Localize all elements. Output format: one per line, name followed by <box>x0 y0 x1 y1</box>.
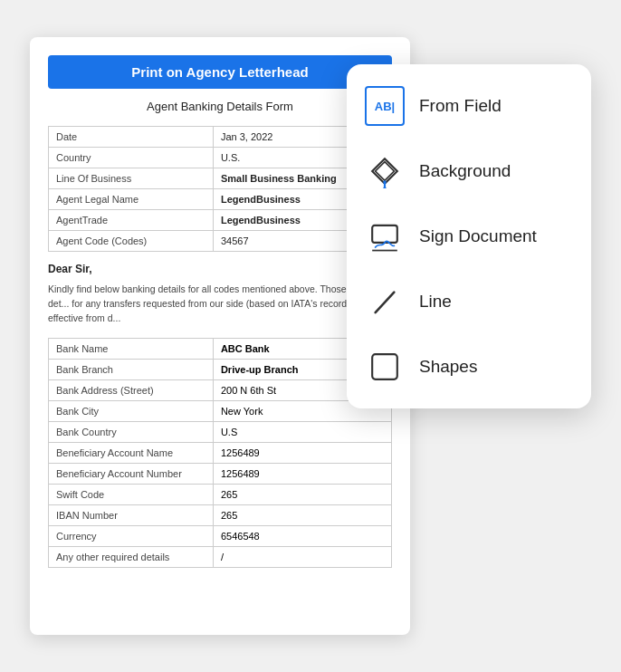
shapes-icon <box>365 347 405 387</box>
table-cell-label: Beneficiary Account Number <box>49 464 214 485</box>
menu-item-line[interactable]: Line <box>347 269 591 334</box>
table-cell-label: Bank Branch <box>49 360 214 380</box>
table-cell-label: Line Of Business <box>49 168 214 189</box>
table-row: Beneficiary Account Name1256489 <box>49 443 392 464</box>
table-cell-value: / <box>213 547 391 568</box>
dear-text: Dear Sir, <box>48 263 392 275</box>
body-text: Kindly find below banking details for al… <box>48 283 392 325</box>
table-row: Bank CityNew York <box>49 401 392 422</box>
line-icon <box>365 282 405 322</box>
table-cell-value: 1256489 <box>213 443 391 464</box>
from-field-icon: AB| <box>365 86 405 126</box>
bank-table: Bank NameABC BankBank BranchDrive-up Bra… <box>48 338 392 568</box>
table-cell-label: Beneficiary Account Name <box>49 443 214 464</box>
menu-label-line: Line <box>419 292 452 312</box>
table-cell-value: 265 <box>213 485 391 505</box>
table-cell-label: Currency <box>49 526 214 547</box>
menu-item-sign-document[interactable]: Sign Document <box>347 204 591 269</box>
table-cell-label: Country <box>49 148 214 168</box>
menu-item-from-field[interactable]: AB| From Field <box>347 73 591 139</box>
table-row: AgentTradeLegendBusiness <box>49 210 392 231</box>
table-cell-label: Agent Code (Codes) <box>49 231 214 252</box>
table-cell-label: Bank Country <box>49 422 214 443</box>
table-cell-value: 6546548 <box>213 526 391 547</box>
scene: Print on Agency Letterhead Agent Banking… <box>30 19 591 653</box>
table-row: Bank CountryU.S <box>49 422 392 443</box>
table-cell-label: IBAN Number <box>49 505 214 526</box>
table-row: Bank NameABC Bank <box>49 339 392 360</box>
table-row: Agent Code (Codes)34567 <box>49 231 392 252</box>
table-row: Currency6546548 <box>49 526 392 547</box>
svg-rect-3 <box>372 226 397 243</box>
svg-point-2 <box>383 187 386 188</box>
menu-item-background[interactable]: Background <box>347 139 591 204</box>
table-row: Line Of BusinessSmall Business Banking <box>49 168 392 189</box>
table-cell-label: Date <box>49 127 214 148</box>
table-cell-value: U.S <box>213 422 391 443</box>
table-row: Agent Legal NameLegendBusiness <box>49 189 392 210</box>
table-cell-label: Any other required details <box>49 547 214 568</box>
svg-rect-6 <box>372 354 397 379</box>
sign-document-icon <box>365 216 405 256</box>
svg-line-5 <box>376 293 395 312</box>
table-cell-label: Bank City <box>49 401 214 422</box>
table-row: Bank Address (Street)200 N 6th St <box>49 380 392 401</box>
table-cell-value: 265 <box>213 505 391 526</box>
menu-label-shapes: Shapes <box>419 357 477 377</box>
table-cell-label: Bank Name <box>49 339 214 360</box>
table-cell-value: 1256489 <box>213 464 391 485</box>
background-icon <box>365 151 405 191</box>
table-row: Bank BranchDrive-up Branch <box>49 360 392 380</box>
menu-label-sign-document: Sign Document <box>419 226 537 246</box>
table-row: Swift Code265 <box>49 485 392 505</box>
print-button[interactable]: Print on Agency Letterhead <box>48 55 392 89</box>
menu-label-background: Background <box>419 161 511 181</box>
table-cell-label: AgentTrade <box>49 210 214 231</box>
menu-card: AB| From Field Background <box>347 64 591 408</box>
table-cell-label: Agent Legal Name <box>49 189 214 210</box>
document-title: Agent Banking Details Form <box>48 100 392 113</box>
table-cell-label: Swift Code <box>49 485 214 505</box>
table-row: Beneficiary Account Number1256489 <box>49 464 392 485</box>
table-row: Any other required details/ <box>49 547 392 568</box>
table-row: CountryU.S. <box>49 148 392 168</box>
table-cell-label: Bank Address (Street) <box>49 380 214 401</box>
info-table: DateJan 3, 2022CountryU.S.Line Of Busine… <box>48 126 392 252</box>
menu-item-shapes[interactable]: Shapes <box>347 334 591 399</box>
table-row: IBAN Number265 <box>49 505 392 526</box>
menu-label-from-field: From Field <box>419 96 502 116</box>
table-row: DateJan 3, 2022 <box>49 127 392 148</box>
